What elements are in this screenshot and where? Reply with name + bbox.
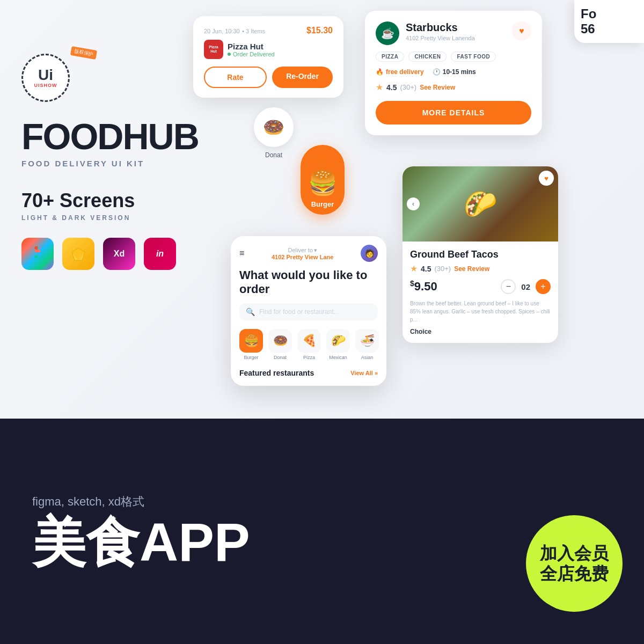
delivery-time-badge: 🕐 10-15 mins — [433, 68, 476, 76]
free-delivery-badge: 🔥 free delivery — [376, 68, 424, 76]
order-card: 20 Jun, 10:30 • 3 Items $15.30 PizzaHut … — [193, 16, 343, 98]
ui-badge: Ui UISHOW — [21, 54, 70, 102]
beef-rating-value: 4.5 — [421, 265, 431, 273]
mexican-cat-icon: 🌮 — [326, 329, 350, 353]
pizza-hut-logo: PizzaHut — [204, 40, 223, 59]
asian-cat-label: Asian — [355, 355, 379, 360]
see-review-link[interactable]: See Review — [420, 84, 455, 91]
order-date: 20 Jun, 10:30 — [204, 28, 240, 34]
category-donat[interactable]: 🍩 Donat — [268, 329, 292, 360]
starbucks-name: Starbucks — [406, 21, 475, 34]
burger-emoji: 🍔 — [308, 169, 338, 197]
avatar[interactable]: 🧑 — [361, 245, 378, 262]
brand-title: FOODHUB — [21, 118, 199, 155]
donat-icon: 🍩 — [254, 107, 294, 147]
currency-symbol: $ — [410, 279, 414, 288]
sketch-icon — [62, 238, 94, 270]
category-mexican[interactable]: 🌮 Mexican — [326, 329, 350, 360]
beef-see-review[interactable]: See Review — [454, 265, 489, 273]
light-dark-label: LIGHT & DARK VERSION — [21, 214, 199, 222]
tag-fastfood: FAST FOOD — [451, 52, 496, 62]
hamburger-icon[interactable]: ≡ — [239, 248, 244, 258]
pizza-cat-label: Pizza — [297, 355, 321, 360]
snippet-56: 56 — [581, 21, 638, 36]
beef-rating-count: (30+) — [434, 265, 451, 273]
burger-cat-label: Burger — [239, 355, 263, 360]
tags-row: PIZZA CHICKEN FAST FOOD — [376, 52, 531, 62]
star-icon: ★ — [376, 82, 383, 92]
tag-chicken: CHICKEN — [408, 52, 447, 62]
order-items: • — [242, 28, 246, 34]
beef-image: 🌮 ‹ ♥ — [402, 166, 558, 241]
xd-label: Xd — [114, 249, 125, 259]
in-icon: in — [144, 238, 176, 270]
starbucks-logo: ☕ — [376, 21, 399, 45]
beef-description: Brown the beef better. Lean ground beef … — [410, 299, 551, 324]
search-placeholder: Find for food or restaurant... — [259, 308, 339, 316]
chevron-down-icon: ▾ — [314, 247, 317, 254]
order-price: $15.30 — [306, 26, 333, 35]
reorder-button[interactable]: Re-Order — [272, 67, 333, 88]
search-icon: 🔍 — [246, 308, 255, 316]
promo-line2: 全店免费 — [540, 564, 609, 584]
featured-title: Featured restaurants — [239, 369, 314, 377]
rating-row: ★ 4.5 (30+) See Review — [376, 82, 531, 92]
snippet-right-top: Fo 56 — [574, 0, 644, 43]
beef-card: 🌮 ‹ ♥ Ground Beef Tacos ★ 4.5 (30+) See … — [402, 166, 558, 343]
main-app-screen: ≡ Deliver to ▾ 4102 Pretty View Lane 🧑 W… — [231, 236, 386, 386]
starbucks-card: ☕ Starbucks 4102 Pretty View Lanenda ♥ P… — [365, 11, 542, 135]
beef-star-icon: ★ — [410, 264, 418, 274]
choice-label: Choice — [410, 328, 551, 335]
snippet-fo: Fo — [581, 6, 638, 21]
formats-text: figma, sketch, xd格式 — [32, 494, 612, 510]
order-items-count: 3 Items — [246, 28, 265, 34]
quantity-value: 02 — [521, 282, 530, 291]
bottom-title-cn: 美食APP — [32, 515, 612, 569]
pizza-cat-icon: 🍕 — [297, 329, 321, 353]
burger-label: Burger — [311, 200, 334, 208]
food-category-burger[interactable]: 🍔 Burger — [301, 145, 349, 215]
figma-icon — [21, 238, 54, 270]
starbucks-address: 4102 Pretty View Lanenda — [406, 35, 475, 41]
rate-button[interactable]: Rate — [204, 67, 267, 88]
tool-icons: Xd in — [21, 238, 199, 270]
food-category-donat[interactable]: 🍩 Donat — [252, 107, 295, 159]
tag-pizza: PIZZA — [376, 52, 404, 62]
in-label: in — [156, 249, 164, 259]
screens-count: 70+ Screens — [21, 189, 199, 212]
mexican-cat-label: Mexican — [326, 355, 350, 360]
beef-nav-left[interactable]: ‹ — [407, 197, 420, 210]
heart-button[interactable]: ♥ — [512, 21, 531, 41]
deliver-to-label: Deliver to ▾ — [272, 247, 333, 254]
category-pizza[interactable]: 🍕 Pizza — [297, 329, 321, 360]
qty-decrease-button[interactable]: − — [501, 279, 516, 294]
donat-label: Donat — [252, 151, 295, 159]
beef-heart[interactable]: ♥ — [539, 171, 554, 186]
category-burger[interactable]: 🍔 Burger — [239, 329, 263, 360]
bottom-section: figma, sketch, xd格式 美食APP 加入会员 全店免费 — [0, 419, 644, 644]
rating-value: 4.5 — [386, 83, 397, 92]
brand-subtitle: FOOD DELIVERY UI KIT — [21, 159, 199, 168]
restaurant-name: Pizza Hut — [228, 42, 275, 51]
flame-icon: 🔥 — [376, 68, 384, 76]
view-all-link[interactable]: View All » — [350, 370, 378, 376]
search-bar[interactable]: 🔍 Find for food or restaurant... — [239, 303, 378, 320]
app-headline: What would you like to order — [239, 268, 378, 297]
promo-line1: 加入会员 — [540, 543, 609, 564]
status-dot — [228, 53, 231, 56]
burger-cat-icon: 🍔 — [239, 329, 263, 353]
beef-price: $9.50 — [410, 279, 437, 294]
more-details-button[interactable]: MORE DETAILS — [376, 101, 531, 125]
copyright-badge: 版权保护 — [70, 46, 97, 60]
clock-icon: 🕐 — [433, 68, 441, 76]
top-section: Ui UISHOW 版权保护 FOODHUB FOOD DELIVERY UI … — [0, 0, 644, 419]
beef-name: Ground Beef Tacos — [410, 249, 551, 260]
promo-circle[interactable]: 加入会员 全店免费 — [526, 515, 623, 612]
deliver-to-section: Deliver to ▾ 4102 Pretty View Lane — [272, 247, 333, 260]
category-asian[interactable]: 🍜 Asian — [355, 329, 379, 360]
qty-increase-button[interactable]: + — [536, 279, 551, 294]
rating-count: (30+) — [400, 83, 416, 91]
uishow-text: UISHOW — [34, 83, 57, 88]
donat-cat-icon: 🍩 — [268, 329, 292, 353]
order-status: Order Delivered — [228, 51, 275, 57]
